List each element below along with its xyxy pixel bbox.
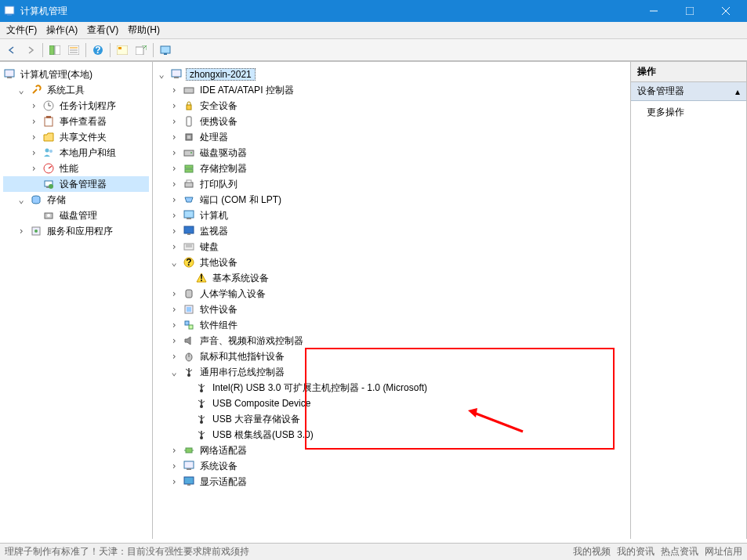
menu-help[interactable]: 帮助(H) bbox=[123, 22, 165, 38]
dev-usb[interactable]: 通用串行总线控制器 bbox=[156, 364, 627, 380]
usb-icon bbox=[195, 381, 208, 394]
dev-usb-hub[interactable]: USB 根集线器(USB 3.0) bbox=[156, 427, 627, 443]
show-hide-button[interactable] bbox=[46, 42, 63, 59]
status-r4[interactable]: 网址信用 bbox=[705, 545, 742, 558]
svg-rect-38 bbox=[172, 70, 181, 77]
svg-rect-41 bbox=[187, 105, 191, 110]
dev-sec[interactable]: 安全设备 bbox=[156, 98, 627, 114]
tree-shared[interactable]: 共享文件夹 bbox=[3, 129, 149, 145]
tree-storage[interactable]: 存储 bbox=[3, 192, 149, 208]
svg-text:!: ! bbox=[200, 273, 203, 284]
tree-disk[interactable]: 磁盘管理 bbox=[3, 208, 149, 223]
forward-button[interactable] bbox=[22, 42, 39, 59]
folder-icon bbox=[42, 131, 55, 143]
svg-rect-16 bbox=[136, 47, 143, 55]
dev-mouse[interactable]: 鼠标和其他指针设备 bbox=[156, 349, 627, 364]
status-r1[interactable]: 我的视频 bbox=[573, 545, 611, 558]
dev-usb-intel[interactable]: Intel(R) USB 3.0 可扩展主机控制器 - 1.0 (Microso… bbox=[156, 380, 627, 396]
menubar: 文件(F) 操作(A) 查看(V) 帮助(H) bbox=[0, 22, 747, 39]
dev-hid[interactable]: 人体学输入设备 bbox=[156, 286, 627, 302]
svg-rect-65 bbox=[189, 325, 193, 329]
perf-icon bbox=[42, 162, 55, 175]
app-icon bbox=[3, 5, 16, 17]
dev-storagectrl[interactable]: 存储控制器 bbox=[156, 161, 627, 176]
tree-users[interactable]: 本地用户和组 bbox=[3, 145, 149, 161]
tree-event[interactable]: 事件查看器 bbox=[3, 114, 149, 129]
dev-com[interactable]: 端口 (COM 和 LPT) bbox=[156, 192, 627, 208]
dev-audio[interactable]: 声音、视频和游戏控制器 bbox=[156, 333, 627, 349]
toolbar-btn-5[interactable] bbox=[114, 42, 131, 59]
status-r3[interactable]: 热点资讯 bbox=[661, 545, 698, 558]
dev-monitor[interactable]: 监视器 bbox=[156, 223, 627, 239]
minimize-button[interactable] bbox=[636, 0, 672, 22]
menu-view[interactable]: 查看(V) bbox=[82, 22, 123, 38]
close-button[interactable] bbox=[708, 0, 744, 22]
svg-point-46 bbox=[190, 152, 192, 154]
svg-rect-53 bbox=[184, 226, 194, 233]
back-button[interactable] bbox=[3, 42, 20, 59]
tree-perf[interactable]: 性能 bbox=[3, 161, 149, 176]
svg-rect-25 bbox=[46, 116, 51, 118]
dev-portable[interactable]: 便携设备 bbox=[156, 114, 627, 129]
tree-root[interactable]: 计算机管理(本地) bbox=[3, 67, 149, 82]
dev-net[interactable]: 网络适配器 bbox=[156, 443, 627, 458]
usb-icon bbox=[195, 413, 208, 425]
more-actions[interactable]: 更多操作 bbox=[631, 101, 746, 124]
svg-rect-18 bbox=[164, 53, 167, 55]
status-r2[interactable]: 我的资讯 bbox=[617, 545, 655, 558]
dev-sys[interactable]: 系统设备 bbox=[156, 458, 627, 474]
svg-rect-51 bbox=[184, 211, 194, 218]
svg-text:?: ? bbox=[95, 45, 100, 56]
svg-rect-15 bbox=[118, 47, 121, 49]
dev-usb-composite[interactable]: USB Composite Device bbox=[156, 396, 627, 411]
svg-rect-24 bbox=[45, 117, 53, 126]
users-icon bbox=[42, 146, 55, 159]
help-button[interactable]: ? bbox=[89, 42, 107, 59]
tree-systools[interactable]: 系统工具 bbox=[3, 82, 149, 98]
security-icon bbox=[183, 99, 195, 112]
actions-header: 操作 bbox=[631, 62, 746, 82]
dev-display[interactable]: 显示适配器 bbox=[156, 474, 627, 490]
svg-rect-7 bbox=[55, 45, 60, 55]
svg-rect-14 bbox=[117, 45, 128, 55]
usb-icon bbox=[183, 366, 195, 378]
dev-sw[interactable]: 软件设备 bbox=[156, 302, 627, 317]
network-icon bbox=[183, 444, 195, 457]
dev-usb-mass[interactable]: USB 大容量存储设备 bbox=[156, 411, 627, 427]
menu-file[interactable]: 文件(F) bbox=[2, 22, 42, 38]
menu-action[interactable]: 操作(A) bbox=[42, 22, 82, 38]
svg-rect-63 bbox=[187, 307, 191, 312]
dev-ide[interactable]: IDE ATA/ATAPI 控制器 bbox=[156, 82, 627, 98]
toolbar-btn-6[interactable] bbox=[132, 42, 150, 59]
tree-task[interactable]: 任务计划程序 bbox=[3, 98, 149, 114]
dev-swcomp[interactable]: 软件组件 bbox=[156, 317, 627, 333]
dev-keyboard[interactable]: 键盘 bbox=[156, 239, 627, 255]
svg-rect-88 bbox=[186, 448, 192, 453]
audio-icon bbox=[183, 334, 195, 347]
cpu-icon bbox=[183, 131, 195, 143]
system-icon bbox=[183, 460, 195, 472]
svg-rect-20 bbox=[7, 77, 12, 78]
dev-basic[interactable]: !基本系统设备 bbox=[156, 270, 627, 286]
dev-other[interactable]: ?其他设备 bbox=[156, 255, 627, 270]
component-icon bbox=[183, 319, 195, 331]
svg-rect-50 bbox=[187, 180, 191, 182]
storage-icon bbox=[30, 193, 42, 206]
tree-services[interactable]: 服务和应用程序 bbox=[3, 223, 149, 239]
status-text: 理牌子制作有标准了！天津：目前没有强性要求牌前戏须持 bbox=[5, 545, 249, 558]
window-title: 计算机管理 bbox=[20, 5, 67, 18]
chevron-up-icon[interactable]: ▴ bbox=[735, 86, 740, 97]
svg-rect-17 bbox=[161, 46, 170, 53]
toolbar-btn-7[interactable] bbox=[157, 42, 174, 59]
dev-computer[interactable]: 计算机 bbox=[156, 208, 627, 223]
other-icon: ? bbox=[183, 256, 195, 269]
storagectrl-icon bbox=[183, 162, 195, 175]
dev-cpu[interactable]: 处理器 bbox=[156, 129, 627, 145]
svg-point-26 bbox=[45, 149, 49, 153]
dev-host[interactable]: zhongxin-2021 bbox=[156, 67, 627, 82]
tree-devmgr[interactable]: 设备管理器 bbox=[3, 176, 149, 192]
properties-button[interactable] bbox=[65, 42, 82, 59]
maximize-button[interactable] bbox=[672, 0, 708, 22]
dev-print[interactable]: 打印队列 bbox=[156, 176, 627, 192]
dev-diskdrive[interactable]: 磁盘驱动器 bbox=[156, 145, 627, 161]
